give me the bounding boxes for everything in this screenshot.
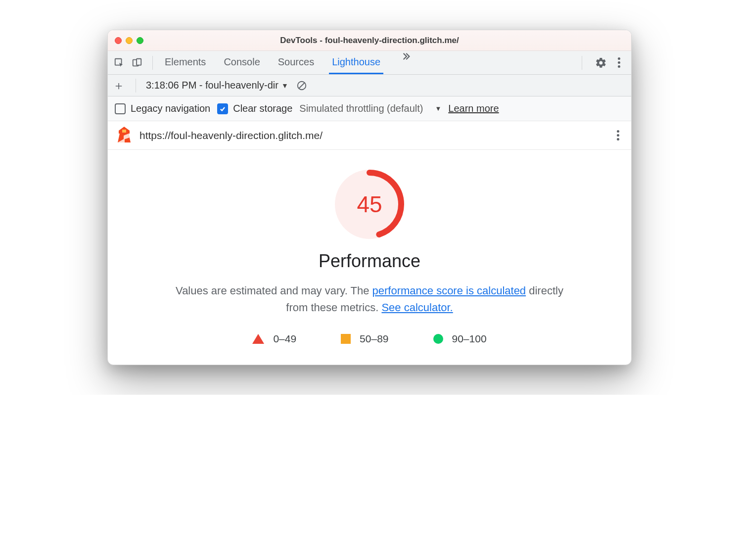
legacy-navigation-checkbox[interactable]	[115, 103, 126, 114]
legend-fail-range: 0–49	[273, 333, 296, 345]
lighthouse-options-bar: Legacy navigation Clear storage Simulate…	[108, 96, 631, 121]
window-close-button[interactable]	[115, 37, 122, 44]
throttling-label: Simulated throttling (default)	[299, 103, 423, 114]
clear-storage-option[interactable]: Clear storage	[217, 103, 292, 114]
performance-score: 45	[335, 170, 404, 239]
tab-console[interactable]: Console	[221, 51, 263, 74]
legend-pass: 90–100	[433, 333, 487, 345]
lighthouse-logo-icon	[117, 127, 132, 144]
report-url: https://foul-heavenly-direction.glitch.m…	[139, 130, 606, 141]
square-icon	[341, 334, 351, 344]
legacy-navigation-label: Legacy navigation	[131, 103, 210, 114]
throttling-select[interactable]: Simulated throttling (default) ▼	[299, 103, 441, 114]
devtools-menu-icon[interactable]	[615, 54, 623, 71]
more-tabs-icon[interactable]	[395, 51, 416, 74]
tabbar-right-icons	[577, 54, 628, 71]
gear-icon[interactable]	[595, 57, 607, 69]
window-title: DevTools - foul-heavenly-direction.glitc…	[108, 36, 631, 46]
category-title: Performance	[123, 251, 616, 272]
window-maximize-button[interactable]	[137, 37, 143, 44]
svg-rect-6	[122, 130, 126, 133]
chevron-down-icon: ▼	[435, 105, 441, 112]
separator	[582, 56, 582, 70]
tabbar-left-icons	[111, 57, 147, 68]
report-content: 45 Performance Values are estimated and …	[108, 150, 631, 365]
legend-average-range: 50–89	[360, 333, 388, 345]
svg-rect-2	[137, 58, 141, 65]
circle-icon	[433, 334, 443, 344]
triangle-icon	[252, 334, 264, 344]
title-bar: DevTools - foul-heavenly-direction.glitc…	[108, 30, 631, 51]
learn-more-link[interactable]: Learn more	[448, 103, 499, 114]
tab-lighthouse[interactable]: Lighthouse	[329, 51, 383, 74]
report-select[interactable]: 3:18:06 PM - foul-heavenly-dir ▼	[146, 80, 288, 91]
devtools-tabbar: Elements Console Sources Lighthouse	[108, 51, 631, 75]
separator	[136, 79, 136, 93]
score-legend: 0–49 50–89 90–100	[123, 333, 616, 345]
clear-storage-label: Clear storage	[233, 103, 292, 114]
new-report-button[interactable]: ＋	[112, 78, 126, 93]
tab-sources[interactable]: Sources	[275, 51, 317, 74]
clear-storage-checkbox[interactable]	[217, 103, 228, 114]
tabs: Elements Console Sources Lighthouse	[158, 51, 577, 74]
desc-text: Values are estimated and may vary. The	[176, 284, 372, 297]
device-toolbar-icon[interactable]	[132, 57, 142, 68]
chevron-down-icon: ▼	[281, 82, 288, 90]
category-description: Values are estimated and may vary. The p…	[172, 282, 567, 316]
inspect-element-icon[interactable]	[114, 57, 125, 68]
legend-fail: 0–49	[252, 333, 296, 345]
report-menu-icon[interactable]	[614, 127, 622, 143]
legacy-navigation-option[interactable]: Legacy navigation	[115, 103, 210, 114]
lighthouse-toolbar: ＋ 3:18:06 PM - foul-heavenly-dir ▼	[108, 75, 631, 96]
performance-score-link[interactable]: performance score is calculated	[372, 284, 526, 297]
traffic-lights	[115, 37, 143, 44]
devtools-window: DevTools - foul-heavenly-direction.glitc…	[107, 30, 632, 365]
svg-line-4	[299, 83, 304, 88]
performance-gauge[interactable]: 45	[335, 170, 404, 239]
legend-pass-range: 90–100	[452, 333, 487, 345]
clear-icon[interactable]	[296, 80, 307, 91]
separator	[152, 56, 153, 70]
see-calculator-link[interactable]: See calculator.	[381, 301, 453, 314]
report-header: https://foul-heavenly-direction.glitch.m…	[108, 121, 631, 150]
legend-average: 50–89	[341, 333, 388, 345]
report-select-label: 3:18:06 PM - foul-heavenly-dir	[146, 80, 278, 91]
window-minimize-button[interactable]	[126, 37, 133, 44]
tab-elements[interactable]: Elements	[162, 51, 209, 74]
